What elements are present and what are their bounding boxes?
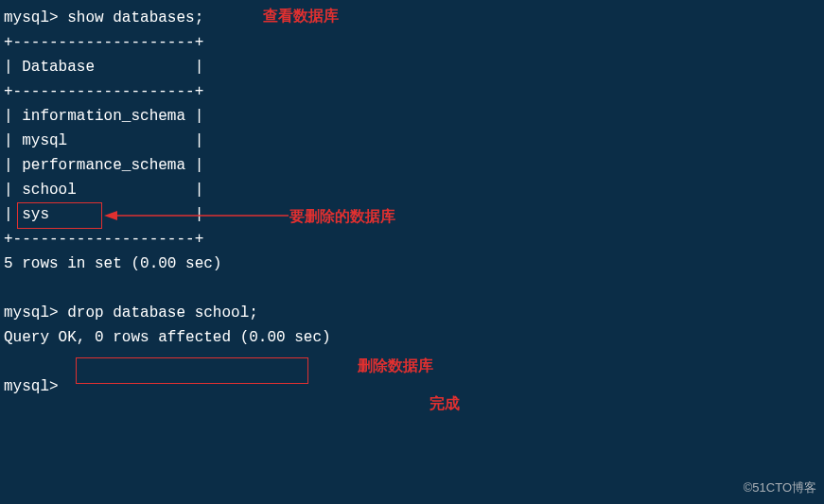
annotation-view-db: 查看数据库	[263, 4, 339, 28]
annotation-delete-db: 删除数据库	[358, 354, 433, 378]
cmd-line-1: mysql> show databases;	[4, 6, 824, 30]
annotation-done: 完成	[430, 391, 460, 416]
result2: Query OK, 0 rows affected (0.00 sec)	[4, 325, 824, 350]
cmd2: drop database school;	[67, 304, 258, 322]
highlight-box-drop-cmd	[76, 357, 308, 384]
cmd1: show databases;	[67, 9, 203, 26]
table-header: | Database |	[4, 55, 824, 79]
highlight-box-school	[17, 202, 102, 229]
table-row: | information_schema |	[4, 104, 824, 129]
table-row: | mysql |	[4, 129, 824, 153]
table-border-mid: +--------------------+	[4, 79, 824, 104]
annotation-to-delete: 要删除的数据库	[289, 204, 395, 229]
prompt: mysql>	[4, 9, 59, 26]
table-row: | school |	[4, 178, 824, 202]
watermark: ©51CTO博客	[744, 476, 816, 500]
prompt: mysql>	[4, 304, 59, 322]
result1: 5 rows in set (0.00 sec)	[4, 252, 824, 276]
table-row: | performance_schema |	[4, 153, 824, 178]
table-border-bot: +--------------------+	[4, 227, 824, 252]
table-border-top: +--------------------+	[4, 30, 824, 55]
table-row: | sys |	[4, 202, 824, 227]
cmd-line-2: mysql> drop database school;	[4, 301, 824, 325]
